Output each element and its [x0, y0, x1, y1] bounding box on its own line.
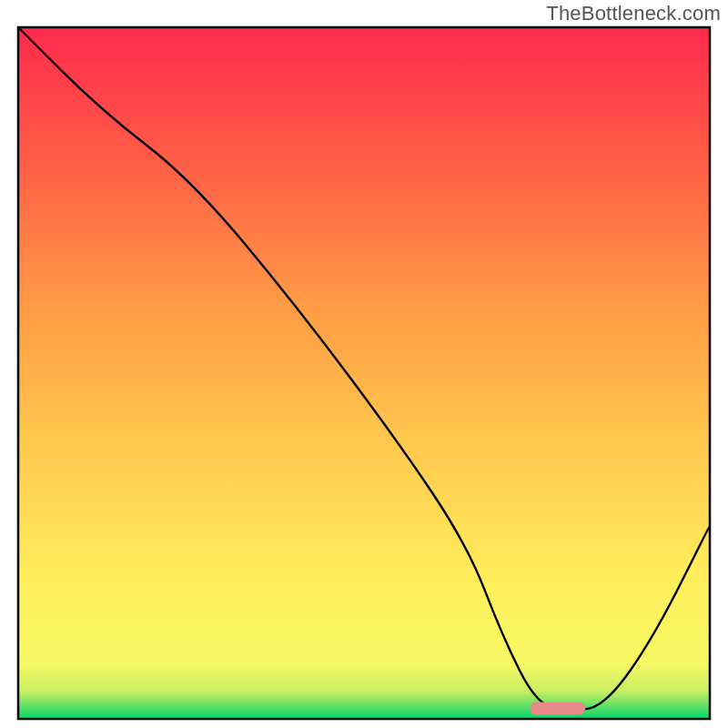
optimal-range-marker — [530, 703, 585, 715]
plot-background — [18, 27, 710, 719]
chart-container: TheBottleneck.com — [0, 0, 728, 728]
watermark-text: TheBottleneck.com — [546, 2, 721, 25]
bottleneck-chart — [0, 0, 728, 728]
